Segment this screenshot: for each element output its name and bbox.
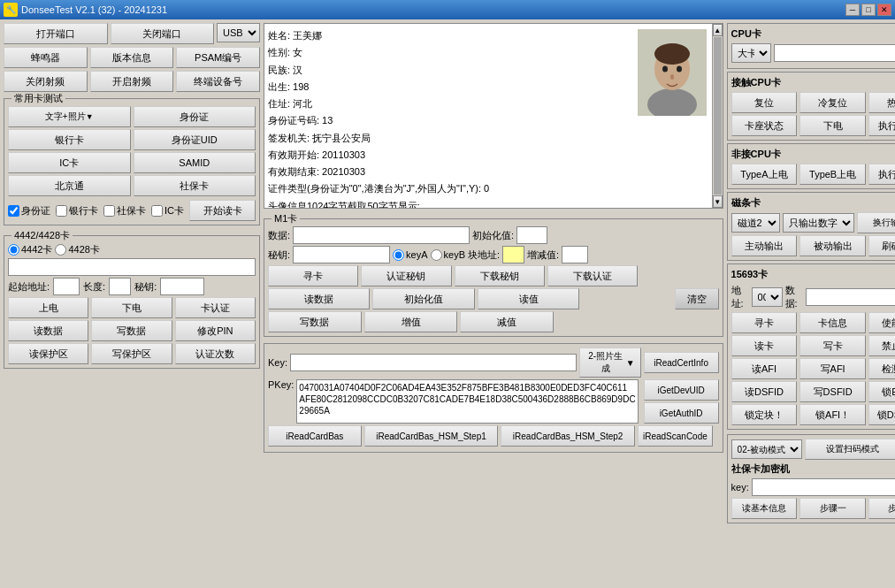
radio-keya-label[interactable]: keyA xyxy=(393,249,427,261)
minimize-button[interactable]: ─ xyxy=(845,4,860,16)
secret-input[interactable]: FFFFFF xyxy=(160,278,204,295)
mode-select[interactable]: 02-被动模式 xyxy=(731,439,802,459)
psam-button[interactable]: PSAM编号 xyxy=(176,47,260,68)
read-card-bas-button[interactable]: iReadCardBas xyxy=(268,425,362,447)
exec-apdu-button[interactable]: 执行APDU xyxy=(868,115,895,136)
m1-data-input[interactable]: 11223344556677889900AABBCCDDEEFF xyxy=(293,226,470,244)
step1-button[interactable]: 步骤一 xyxy=(799,498,866,519)
protect-write-button[interactable]: 写保护区 xyxy=(91,343,172,364)
iso-lock-dsfid-button[interactable]: 锁DSFID！ xyxy=(868,404,895,425)
id-uid-button[interactable]: 身份证UID xyxy=(134,129,256,150)
output-mode-select[interactable]: 只输出数字 xyxy=(783,213,854,233)
read-card-bas-step1-button[interactable]: iReadCardBas_HSM_Step1 xyxy=(364,425,499,447)
start-read-button[interactable]: 开始读卡 xyxy=(189,200,256,221)
m1-incdec-input[interactable]: 10 xyxy=(562,246,588,263)
terminal-button[interactable]: 终端设备号 xyxy=(176,71,260,92)
enc-key-input[interactable]: 0102030405060708010203040506070 xyxy=(752,478,895,496)
version-button[interactable]: 版本信息 xyxy=(90,47,174,68)
basic-info-button[interactable]: 读基本信息 xyxy=(731,498,798,519)
m1-write-data-button[interactable]: 写数据 xyxy=(268,311,362,332)
m1-read-val-button[interactable]: 读值 xyxy=(478,288,579,309)
iso-write-card-button[interactable]: 写卡 xyxy=(799,335,866,356)
newline-output-button[interactable]: 换行输出 xyxy=(857,212,895,233)
read-cert-info-button[interactable]: iReadCertInfo xyxy=(644,352,719,373)
get-dev-uid-button[interactable]: iGetDevUID xyxy=(644,379,719,401)
chk-id-label[interactable]: 身份证 xyxy=(8,200,50,221)
m1-dl-key-button[interactable]: 下载秘钥 xyxy=(455,265,545,286)
big-card-select[interactable]: 大卡 xyxy=(731,43,771,63)
length-input[interactable]: 16 xyxy=(109,278,131,295)
iso-card-info-button[interactable]: 卡信息 xyxy=(799,312,866,333)
card-auth-button[interactable]: 卡认证 xyxy=(175,297,256,318)
iso-read-card-button[interactable]: 读卡 xyxy=(731,335,798,356)
bank-card-button[interactable]: 银行卡 xyxy=(8,129,131,150)
erase-mag-button[interactable]: 刷磁条卡 xyxy=(868,235,895,256)
chk-bank[interactable] xyxy=(56,205,67,217)
auth-count-button[interactable]: 认证次数 xyxy=(175,343,256,364)
open-port-button[interactable]: 打开端口 xyxy=(4,23,108,44)
iso-lock-eas-button[interactable]: 锁EAS！ xyxy=(868,381,895,402)
iso-read-afi-button[interactable]: 读AFI xyxy=(731,358,798,379)
close-port-button[interactable]: 关闭端口 xyxy=(111,23,215,44)
m1-clear-button[interactable]: 清空 xyxy=(675,288,719,309)
m1-dl-auth-button[interactable]: 下载认证 xyxy=(547,265,638,286)
m1-read-data-button[interactable]: 读数据 xyxy=(268,288,370,309)
iso-read-dsfid-button[interactable]: 读DSFID xyxy=(731,381,798,402)
open-rf-button[interactable]: 开启射频 xyxy=(90,71,174,92)
chk-ic-label[interactable]: IC卡 xyxy=(151,200,184,221)
social-card-button[interactable]: 社保卡 xyxy=(134,175,256,196)
active-output-button[interactable]: 主动输出 xyxy=(731,235,798,256)
iso-find-card-button[interactable]: 寻卡 xyxy=(731,312,798,333)
typeb-on-button[interactable]: TypeB上电 xyxy=(799,164,866,185)
cpu-data-input[interactable]: 0084000008 xyxy=(774,44,895,62)
get-auth-id-button[interactable]: iGetAuthID xyxy=(644,402,719,424)
close-button[interactable]: ✕ xyxy=(877,4,891,16)
passive-output-button[interactable]: 被动输出 xyxy=(799,235,866,256)
text-photo-button[interactable]: 文字+照片 ▼ xyxy=(8,106,131,127)
chk-id[interactable] xyxy=(8,205,19,217)
usb-select[interactable]: USB xyxy=(217,23,260,42)
protect-read-button[interactable]: 读保护区 xyxy=(8,343,88,364)
read-scan-code-button[interactable]: iReadScanCode xyxy=(638,425,713,447)
power-off-button[interactable]: 下电 xyxy=(91,297,172,318)
m1-increment-button[interactable]: 增值 xyxy=(364,311,458,332)
step2-button[interactable]: 步骤二 xyxy=(868,498,895,519)
reset-button[interactable]: 复位 xyxy=(731,92,798,113)
iso-addr-select[interactable]: 00 xyxy=(752,287,783,307)
id-card-button[interactable]: 身份证 xyxy=(134,106,256,127)
m1-block-input[interactable]: 04 xyxy=(502,246,524,263)
m1-auth-key-button[interactable]: 认证秘钥 xyxy=(361,265,451,286)
btn-2photo[interactable]: 2-照片生成▼ xyxy=(579,347,641,378)
read-data-button[interactable]: 读数据 xyxy=(8,320,88,341)
iso-forbid-eas-button[interactable]: 禁止EAS xyxy=(868,335,895,356)
m1-secret-input[interactable]: FFFFFFFFFFFF xyxy=(293,246,390,263)
set-decode-button[interactable]: 设置扫码模式 xyxy=(805,439,895,460)
write-data-button[interactable]: 写数据 xyxy=(91,320,172,341)
beijing-button[interactable]: 北京通 xyxy=(8,175,131,196)
radio-4428[interactable] xyxy=(55,244,66,256)
iso-enable-eas-button[interactable]: 使能EAS xyxy=(868,312,895,333)
hot-reset-button[interactable]: 热复位 xyxy=(868,92,895,113)
samid-button[interactable]: SAMID xyxy=(134,152,256,173)
m1-init-val-button[interactable]: 初始化值 xyxy=(372,288,474,309)
maximize-button[interactable]: □ xyxy=(861,4,876,16)
m1-find-card-button[interactable]: 寻卡 xyxy=(268,265,358,286)
track-select[interactable]: 磁道2 xyxy=(731,213,780,233)
radio-keya[interactable] xyxy=(393,249,404,261)
ic-button[interactable]: IC卡 xyxy=(8,152,131,173)
id-scrollbar[interactable]: ▲ ▼ xyxy=(712,24,723,208)
radio-keyb[interactable] xyxy=(431,249,442,261)
addr-input[interactable]: 32 xyxy=(53,278,80,295)
power-on-button[interactable]: 上电 xyxy=(8,297,88,318)
chk-ic[interactable] xyxy=(151,205,163,217)
chk-social[interactable] xyxy=(103,205,115,217)
radio-4442-label[interactable]: 4442卡 xyxy=(8,243,52,256)
modify-pin-button[interactable]: 修改PIN xyxy=(175,320,256,341)
exec-apdu2-button[interactable]: 执行APDU xyxy=(868,164,895,185)
iso-data-input[interactable]: 12345678 xyxy=(806,288,895,306)
cold-reset-button[interactable]: 冷复位 xyxy=(799,92,866,113)
radio-keyb-label[interactable]: keyB xyxy=(431,249,465,261)
read-card-bas-step2-button[interactable]: iReadCardBas_HSM_Step2 xyxy=(501,425,635,447)
touch-power-off-button[interactable]: 下电 xyxy=(799,115,866,136)
iso-lock-afi-button[interactable]: 锁AFI！ xyxy=(799,404,866,425)
